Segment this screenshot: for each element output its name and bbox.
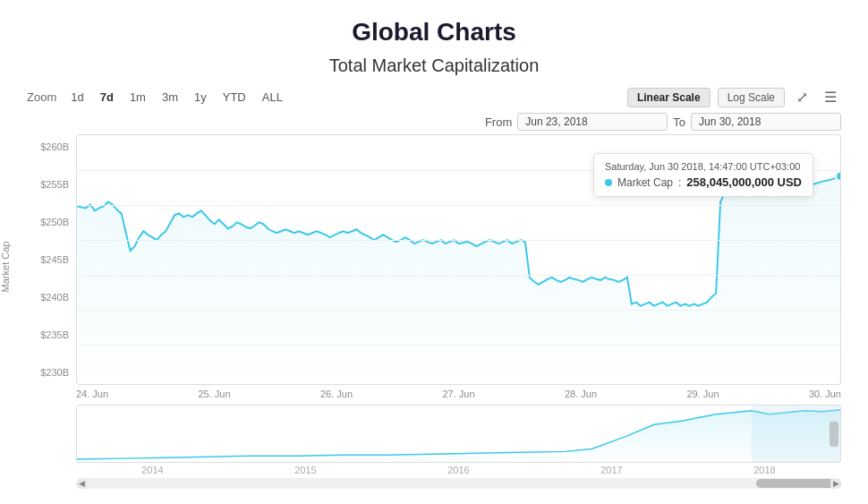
y-tick-2: $250B	[27, 217, 76, 227]
y-axis-ticks: $260B $255B $250B $245B $240B $235B $230…	[27, 134, 76, 385]
chart-subtitle: Total Market Capitalization	[27, 56, 841, 76]
log-scale-button[interactable]: Log Scale	[718, 88, 785, 107]
mini-x-2015: 2015	[294, 465, 316, 475]
x-tick-5: 29. Jun	[686, 389, 719, 399]
mini-chart-area	[76, 405, 841, 463]
y-tick-5: $235B	[27, 329, 76, 340]
zoom-1d[interactable]: 1d	[65, 89, 89, 106]
gridline-3	[77, 240, 840, 241]
zoom-label: Zoom	[27, 90, 56, 104]
linear-scale-button[interactable]: Linear Scale	[627, 88, 711, 107]
zoom-3m[interactable]: 3m	[157, 89, 183, 106]
x-tick-1: 25. Jun	[198, 389, 230, 399]
y-axis-label: Market Cap	[0, 242, 11, 293]
y-tick-4: $240B	[27, 292, 76, 303]
zoom-controls: Zoom 1d 7d 1m 3m 1y YTD ALL	[27, 89, 288, 106]
mini-x-2018: 2018	[753, 465, 775, 475]
x-tick-4: 28. Jun	[565, 389, 597, 399]
mini-chart-container: 2014 2015 2016 2017 2018 ◀ ▶	[27, 405, 841, 489]
gridline-5	[77, 310, 840, 311]
x-tick-3: 27. Jun	[442, 389, 474, 399]
y-tick-1: $255B	[27, 179, 76, 190]
zoom-all[interactable]: ALL	[257, 89, 288, 106]
from-label: From	[485, 115, 512, 129]
menu-icon[interactable]: ☰	[820, 87, 841, 107]
y-tick-0: $260B	[27, 141, 76, 152]
tooltip-dot	[605, 179, 612, 186]
gridline-4	[77, 275, 840, 276]
right-controls: Linear Scale Log Scale ⤢ ☰	[627, 87, 841, 107]
scroll-left-button[interactable]: ◀	[76, 478, 87, 489]
zoom-1m[interactable]: 1m	[124, 89, 151, 106]
zoom-1y[interactable]: 1y	[189, 89, 212, 106]
scrollbar[interactable]: ◀ ▶	[76, 478, 841, 489]
mini-x-labels: 2014 2015 2016 2017 2018	[76, 463, 841, 475]
tooltip-value: 258,045,000,000 USD	[686, 175, 802, 189]
x-tick-6: 30. Jun	[809, 389, 841, 399]
to-label: To	[673, 115, 685, 129]
from-date-input[interactable]	[517, 113, 668, 131]
tooltip-date: Saturday, Jun 30 2018, 14:47:00 UTC+03:0…	[605, 161, 802, 172]
controls-row: Zoom 1d 7d 1m 3m 1y YTD ALL Linear Scale…	[27, 87, 841, 107]
zoom-ytd[interactable]: YTD	[217, 89, 251, 106]
fullscreen-icon[interactable]: ⤢	[792, 87, 813, 107]
gridline-2	[77, 205, 840, 206]
mini-chart-svg	[77, 406, 840, 462]
x-axis-labels: 24. Jun 25. Jun 26. Jun 27. Jun 28. Jun …	[76, 385, 841, 399]
mini-chart-handle[interactable]	[830, 422, 838, 447]
to-date-input[interactable]	[691, 113, 841, 131]
gridline-6	[77, 345, 840, 346]
tooltip: Saturday, Jun 30 2018, 14:47:00 UTC+03:0…	[593, 153, 813, 197]
tooltip-value-row: Market Cap : 258,045,000,000 USD	[605, 175, 802, 189]
scrollbar-track[interactable]	[76, 479, 841, 488]
mini-x-2014: 2014	[141, 465, 163, 475]
svg-rect-1	[752, 406, 840, 462]
x-tick-2: 26. Jun	[320, 389, 353, 399]
tooltip-value-colon: :	[678, 176, 681, 189]
scrollbar-thumb[interactable]	[756, 479, 841, 488]
tooltip-label: Market Cap	[617, 176, 673, 189]
y-tick-6: $230B	[27, 367, 76, 378]
scroll-right-button[interactable]: ▶	[830, 478, 841, 489]
svg-point-0	[836, 172, 840, 181]
x-tick-0: 24. Jun	[76, 389, 108, 399]
page-title: Global Charts	[27, 18, 841, 47]
chart-area: Saturday, Jun 30 2018, 14:47:00 UTC+03:0…	[76, 134, 841, 385]
mini-x-2016: 2016	[447, 465, 469, 475]
main-chart-container: Market Cap $260B $255B $250B $245B $240B…	[27, 134, 841, 399]
mini-x-2017: 2017	[600, 465, 622, 475]
zoom-7d[interactable]: 7d	[95, 89, 119, 106]
y-tick-3: $245B	[27, 254, 76, 265]
